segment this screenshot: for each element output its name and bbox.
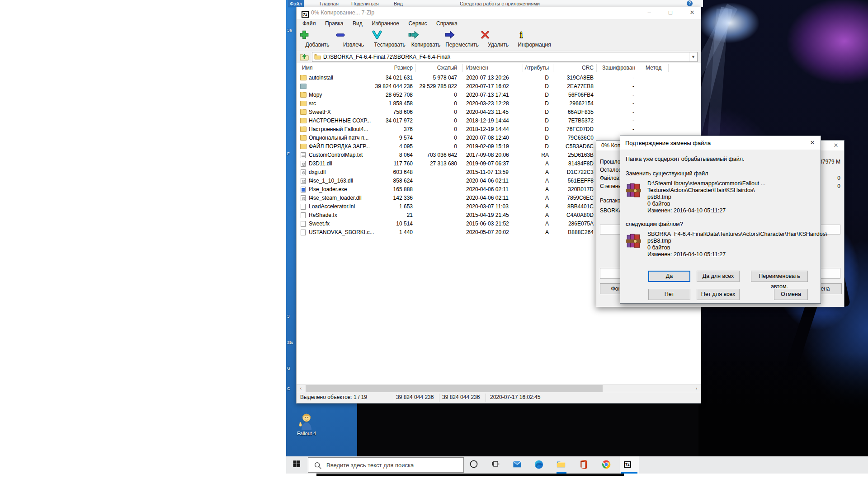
column-header-method[interactable]: Метод: [646, 65, 661, 71]
column-header-encrypted[interactable]: Зашифрован: [602, 65, 635, 71]
table-row[interactable]: autoinstall 34 021 631 5 978 047 2020-07…: [297, 74, 701, 82]
no-button[interactable]: Нет: [648, 289, 690, 300]
incoming-file-info: SBORKA_F4-6.4-Final\Data\Textures\Actors…: [647, 231, 827, 258]
desktop-icon-label-fragment[interactable]: G: [287, 366, 290, 371]
cell-attributes: A: [520, 203, 549, 210]
desktop-icon-label-fragment[interactable]: За: [287, 28, 292, 33]
office-button[interactable]: [577, 456, 590, 474]
desktop-icon-label-fragment[interactable]: Stu: [287, 340, 293, 345]
desktop-icon-label-fragment[interactable]: З: [287, 314, 289, 319]
desktop-icon-label-fragment[interactable]: F: [287, 151, 290, 156]
task-view-button[interactable]: [490, 456, 503, 474]
maximize-button[interactable]: □: [664, 7, 677, 18]
menu-item[interactable]: Сервис: [405, 20, 430, 27]
minimize-button[interactable]: –: [642, 7, 656, 18]
no-all-button[interactable]: Нет для всех: [697, 289, 740, 300]
replace-label: Заменить существующий файл: [626, 170, 708, 177]
cell-size: 28 652 708: [364, 92, 413, 98]
cell-modified: 2020-04-23 11:45: [466, 109, 521, 115]
column-header-size[interactable]: Размер: [364, 65, 413, 71]
column-header-crc[interactable]: CRC: [558, 65, 594, 71]
address-combo[interactable]: D:\SBORKA_F4-6.4-Final.7z\SBORKA_F4-6.4-…: [312, 52, 698, 62]
dropdown-arrow-icon[interactable]: ▼: [689, 52, 697, 61]
buttons-row1: ДаДа для всехПереименовать автом.: [620, 271, 821, 282]
extract-bar[interactable]: Извлечь: [335, 28, 372, 50]
cortana-button[interactable]: [468, 456, 481, 474]
column-header-name[interactable]: Имя: [302, 65, 312, 71]
ribbon-tab[interactable]: Вид: [392, 0, 405, 7]
address-path: D:\SBORKA_F4-6.4-Final.7z\SBORKA_F4-6.4-…: [323, 54, 450, 60]
horizontal-scrollbar[interactable]: ‹ ›: [297, 384, 701, 392]
cell-modified: 2019-02-09 15:19: [466, 143, 521, 150]
table-row[interactable]: SweetFX 758 606 0 2020-04-23 11:45 D 66A…: [297, 108, 701, 117]
status-bar: Выделено объектов: 1 / 19 39 824 044 236…: [297, 392, 701, 403]
start-button[interactable]: [292, 456, 304, 474]
cell-crc: 7E7B5372: [558, 117, 594, 124]
ribbon-tab[interactable]: Поделиться: [349, 0, 381, 7]
yes-button[interactable]: Да: [648, 271, 690, 282]
cell-attributes: A: [520, 212, 549, 218]
close-icon[interactable]: ✕: [808, 139, 817, 147]
dialog-title: Подтверждение замены файла: [625, 140, 711, 146]
cell-attributes: A: [520, 195, 549, 201]
help-icon[interactable]: ?: [687, 0, 693, 6]
toolbar-icon: [480, 28, 516, 42]
scroll-right-arrow[interactable]: ›: [693, 385, 700, 392]
file-type-icon: [301, 161, 306, 167]
mail-button[interactable]: [511, 456, 524, 474]
scroll-left-arrow[interactable]: ‹: [297, 385, 305, 392]
file-info-line: Изменен: 2016-04-10 05:11:27: [647, 207, 765, 214]
desktop-icon-fallout4[interactable]: Fallout 4: [295, 412, 318, 436]
cell-crc: 76FC07DD: [558, 126, 594, 132]
column-header-packed[interactable]: Сжатый: [415, 65, 457, 71]
menu-item[interactable]: Файл: [299, 20, 320, 27]
column-header-modified[interactable]: Изменен: [466, 65, 521, 71]
toolbar-label: Извлечь: [335, 42, 372, 48]
up-folder-button[interactable]: [299, 52, 310, 62]
dialog-title-bar[interactable]: Подтверждение замены файла ✕: [620, 136, 821, 150]
menu-item[interactable]: Справка: [433, 20, 461, 27]
explorer-button[interactable]: [555, 456, 568, 474]
test-check[interactable]: Тестировать: [372, 28, 408, 50]
file-type-icon: [301, 212, 306, 218]
cell-modified: 2020-04-06 02:11: [466, 195, 521, 201]
file-type-icon: [300, 118, 307, 123]
table-row[interactable]: Mopy 28 652 708 0 2020-07-13 17:41 D 56F…: [297, 91, 701, 99]
cell-modified: 2020-04-06 02:11: [466, 178, 521, 184]
yes-all-button[interactable]: Да для всех: [697, 271, 740, 282]
menu-item[interactable]: Избранное: [368, 20, 403, 27]
close-button[interactable]: ✕: [685, 7, 699, 18]
chrome-button[interactable]: [600, 456, 613, 474]
title-bar[interactable]: 7z 0% Копирование... 7-Zip – □ ✕: [297, 7, 701, 19]
ribbon-tab[interactable]: Главная: [318, 0, 340, 7]
cell-encrypted: -: [603, 100, 634, 107]
copy-arrow[interactable]: Копировать: [408, 28, 444, 50]
scrollbar-thumb[interactable]: [306, 385, 603, 392]
address-bar: D:\SBORKA_F4-6.4-Final.7z\SBORKA_F4-6.4-…: [297, 51, 701, 63]
file-type-icon: [300, 75, 307, 80]
menu-item[interactable]: Вид: [349, 20, 366, 27]
cell-size: 9 574: [364, 135, 413, 141]
cell-crc: 8BB4401C: [558, 203, 594, 210]
sevenzip-button[interactable]: 7z: [620, 456, 639, 474]
ribbon-tab[interactable]: Средства работы с приложениями: [458, 0, 542, 7]
cell-packed: 703 036 642: [415, 152, 457, 158]
file-info-line: Изменен: 2016-04-10 05:11:27: [647, 251, 827, 258]
table-row[interactable]: Настроенный Fallout4... 376 0 2018-12-19…: [297, 125, 701, 134]
menu-item[interactable]: Правка: [321, 20, 347, 27]
add-plus[interactable]: Добавить: [299, 28, 335, 50]
table-row[interactable]: 39 824 044 236 29 529 785 822 2020-07-17…: [297, 82, 701, 91]
cancel-button[interactable]: Отмена: [774, 289, 808, 300]
toolbar-icon: [408, 28, 444, 42]
table-row[interactable]: src 1 858 458 0 2020-03-23 12:28 D 29662…: [297, 99, 701, 108]
auto-rename-button[interactable]: Переименовать автом.: [751, 271, 808, 282]
delete-x[interactable]: Удалить: [480, 28, 516, 50]
progress-value: 37979 M: [819, 159, 840, 165]
move-arrow[interactable]: Переместить: [444, 28, 480, 50]
info-i[interactable]: i Информация: [516, 28, 552, 50]
column-header-attributes[interactable]: Атрибуты: [520, 65, 549, 71]
toolbar-label: Копировать: [408, 42, 444, 48]
edge-button[interactable]: [533, 456, 546, 474]
table-row[interactable]: НАСТРОЕННЫЕ СОХР... 34 017 972 0 2018-12…: [297, 117, 701, 125]
desktop-icon-label-fragment[interactable]: C: [287, 386, 290, 391]
